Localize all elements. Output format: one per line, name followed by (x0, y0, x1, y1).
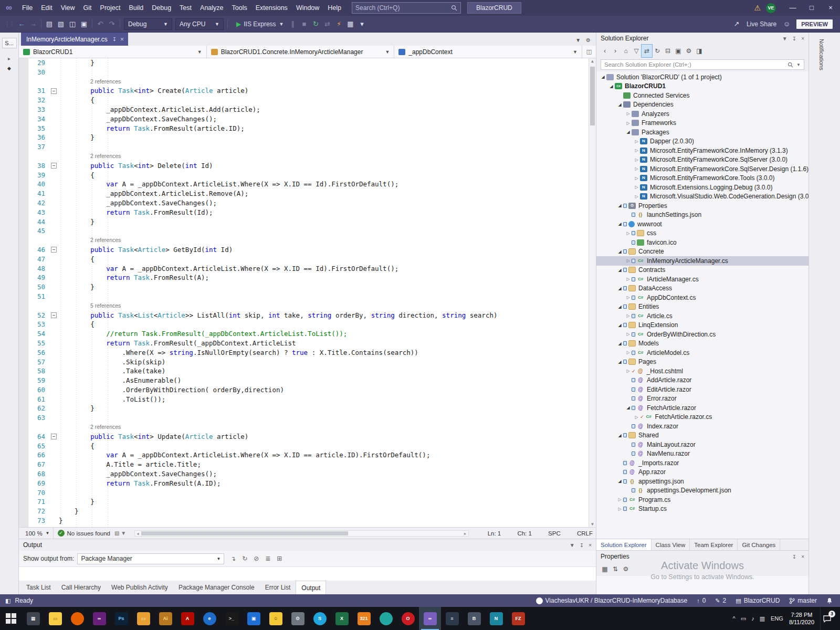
tree-item[interactable]: ▷Article.cs (596, 311, 808, 321)
space-indicator[interactable]: SPC (548, 530, 561, 537)
collapse-arrow-icon[interactable]: ◢ (616, 304, 623, 309)
code-line[interactable]: 66 var A = _appDbContext.ArticleList.Whe… (19, 450, 596, 460)
expand-arrow-icon[interactable]: ▷ (633, 415, 640, 419)
undo-icon[interactable]: ↶ (94, 18, 106, 30)
pending-changes[interactable]: ✎2 (715, 597, 726, 604)
chevron-down-icon[interactable]: ▼ (796, 62, 801, 67)
breakpoint-gutter[interactable] (19, 142, 28, 152)
active-files-dropdown-icon[interactable]: ▼ (575, 37, 581, 43)
scroll-left-icon[interactable]: ◂ (135, 531, 141, 536)
tree-item[interactable]: ◢Shared (596, 431, 808, 440)
taskbar-teams[interactable] (375, 607, 397, 630)
breakpoint-gutter[interactable] (19, 442, 28, 451)
expand-arrow-icon[interactable]: ▷ (633, 166, 640, 171)
tree-item[interactable]: ◢Entities (596, 302, 808, 312)
se-home-icon[interactable]: ⌂ (621, 45, 631, 57)
breakpoint-gutter[interactable] (19, 133, 28, 142)
code-line[interactable]: 65 { (19, 442, 596, 451)
expand-arrow-icon[interactable]: ▷ (625, 350, 632, 355)
editor-horizontal-scrollbar[interactable]: ◂ ▸ (134, 530, 469, 537)
tree-item[interactable]: ◢Concrete (596, 247, 808, 257)
breakpoint-gutter[interactable] (19, 320, 28, 329)
panel-tab-web-publish-activity[interactable]: Web Publish Activity (106, 581, 173, 594)
menu-analyze[interactable]: Analyze (196, 0, 227, 16)
notifications-tab[interactable]: Notifications (818, 39, 825, 70)
output-content[interactable] (19, 566, 596, 581)
se-refresh-icon[interactable]: ↻ (652, 45, 663, 57)
tree-item[interactable]: ▷Microsoft.EntityFrameworkCore.SqlServer… (596, 155, 808, 165)
restart-icon[interactable]: ↻ (310, 18, 322, 30)
code-line[interactable]: 53 { (19, 320, 596, 329)
expand-arrow-icon[interactable]: ▷ (633, 158, 640, 162)
breakpoint-gutter[interactable] (19, 282, 28, 292)
code-line[interactable]: 61 .ToList()); (19, 395, 596, 404)
tree-item[interactable]: ◢Properties (596, 201, 808, 211)
repo-indicator[interactable]: ViacheslavUKR / BlazorCRUD-InMemoryDatab… (536, 597, 688, 604)
tree-item[interactable]: _Imports.razor (596, 458, 808, 468)
code-line[interactable]: 38− public Task<int> Delete(int Id) (19, 161, 596, 171)
breakpoint-gutter[interactable] (19, 413, 28, 423)
chevron-down-icon[interactable]: ▼ (570, 542, 575, 548)
breakpoint-gutter[interactable] (19, 208, 28, 217)
tree-item[interactable]: ▷Analyzers (596, 109, 808, 119)
breadcrumb-dropdown-1[interactable]: BlazorCRUD1▼ (19, 46, 207, 58)
scroll-down-icon[interactable]: ▼ (589, 522, 596, 527)
breakpoint-gutter[interactable] (19, 124, 28, 133)
code-line[interactable]: 30 (19, 68, 596, 77)
collapse-region-icon[interactable]: − (51, 312, 57, 318)
breakpoint-gutter[interactable] (19, 507, 28, 516)
outgoing-commits[interactable]: ↑0 (697, 597, 706, 604)
breakpoint-gutter[interactable] (19, 488, 28, 498)
se-back-icon[interactable]: ‹ (600, 45, 610, 57)
code-line[interactable]: 64− public Task<int> Update(Article arti… (19, 432, 596, 442)
redo-icon[interactable]: ↷ (106, 18, 118, 30)
taskbar-illustrator[interactable]: Ai (154, 607, 176, 630)
collapse-arrow-icon[interactable]: ◢ (608, 84, 615, 89)
tree-item[interactable]: launchSettings.json (596, 211, 808, 220)
code-line[interactable]: 69 return Task.FromResult(A.ID); (19, 479, 596, 488)
breakpoint-gutter[interactable] (19, 376, 28, 385)
tree-item[interactable]: ▷Dapper (2.0.30) (596, 137, 808, 146)
breakpoint-gutter[interactable] (19, 348, 28, 358)
navigate-backward-icon[interactable]: ← (16, 18, 27, 30)
tree-item[interactable]: ▷OrderByWithDirection.cs (596, 330, 808, 339)
expand-all-icon[interactable]: ⊞ (274, 552, 285, 565)
panel-tab-output[interactable]: Output (296, 581, 326, 594)
breakpoint-gutter[interactable] (19, 404, 28, 413)
breadcrumb-dropdown-2[interactable]: BlazorCRUD1.Concrete.InMemoryArcticleMan… (207, 46, 395, 58)
tray-expand-icon[interactable]: ^ (733, 615, 736, 622)
tree-item[interactable]: NavMenu.razor (596, 449, 808, 459)
tree-item[interactable]: App.razor (596, 468, 808, 477)
close-button[interactable]: × (821, 0, 840, 16)
output-source-dropdown[interactable]: Package Manager▼ (77, 553, 224, 564)
code-line[interactable]: 55 return Task.FromResult(_appDbContext.… (19, 339, 596, 348)
code-line[interactable]: 56 .Where(X => string.IsNullOrEmpty(sear… (19, 348, 596, 358)
tree-item[interactable]: ▷✓_Host.cshtml (596, 366, 808, 376)
taskbar-calculator[interactable]: 321 (353, 607, 375, 630)
pin-icon[interactable]: ↧ (792, 554, 796, 560)
toolbar-options-icon[interactable]: ▾ (356, 18, 368, 30)
collapse-arrow-icon[interactable]: ◢ (616, 323, 623, 328)
tray-volume-icon[interactable]: ♪ (751, 615, 754, 622)
code-line[interactable]: 52− public Task<List<Article>> ListAll(i… (19, 311, 596, 320)
user-avatar[interactable]: VE (766, 3, 776, 13)
code-line[interactable]: 62 } (19, 404, 596, 413)
open-file-icon[interactable]: ▧ (55, 18, 67, 30)
word-wrap-icon[interactable]: ≣ (262, 552, 274, 565)
code-line[interactable]: 67 A.Title = article.Title; (19, 460, 596, 469)
se-tab-solution-explorer[interactable]: Solution Explorer (596, 539, 652, 550)
expand-arrow-icon[interactable]: ▷ (625, 258, 632, 263)
code-line[interactable]: 59 .AsEnumerable() (19, 376, 596, 385)
breakpoint-gutter[interactable] (19, 86, 28, 96)
tree-item[interactable]: ◢Packages (596, 128, 808, 137)
taskbar-file-explorer[interactable]: ▭ (44, 607, 66, 630)
panel-tab-error-list[interactable]: Error List (260, 581, 296, 594)
breakpoint-gutter[interactable] (19, 497, 28, 507)
code-line[interactable]: 51 (19, 292, 596, 301)
pin-icon[interactable]: ↧ (792, 36, 796, 41)
breakpoint-gutter[interactable] (19, 292, 28, 301)
goto-message-icon[interactable]: ↴ (227, 552, 239, 565)
collapsed-panel-arrow-icon[interactable]: ▸ (8, 56, 10, 61)
tray-display-icon[interactable]: ▭ (741, 615, 746, 622)
codelens-references[interactable]: 2 references (59, 423, 596, 432)
